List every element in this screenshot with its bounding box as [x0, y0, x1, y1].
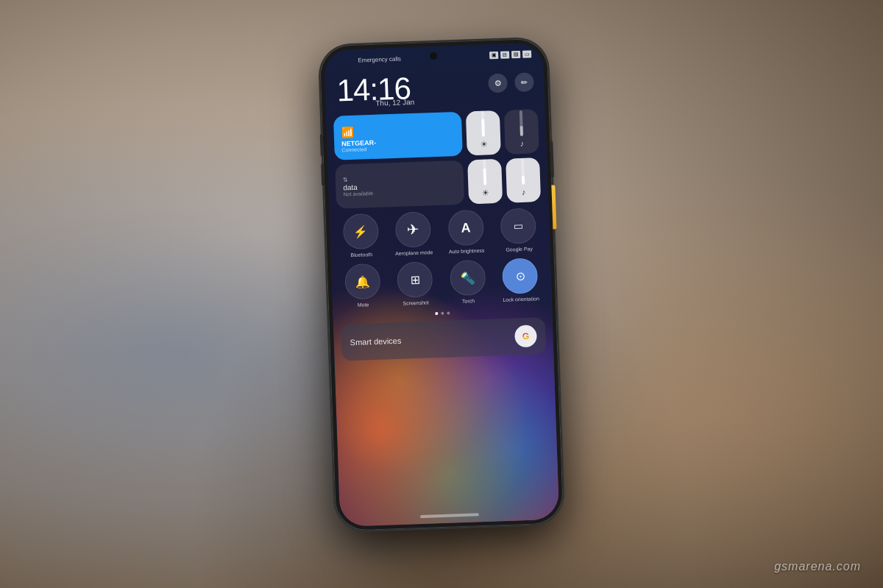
google-pay-circle: ▭: [500, 208, 537, 244]
brightness-fill-2: [483, 168, 487, 185]
pagination-dots: [340, 308, 545, 318]
wifi-tile-icon: 📶: [341, 123, 454, 138]
time-display: 14:16 Thu, 12 Jan: [336, 72, 414, 108]
settings-icon[interactable]: ⚙: [488, 73, 508, 93]
wifi-icon: ⊟: [500, 51, 509, 58]
torch-icon: 🔦: [460, 271, 475, 286]
brightness-fill: [481, 118, 485, 137]
volume-up-button[interactable]: [320, 134, 324, 156]
music-fill: [520, 125, 523, 135]
data-tile[interactable]: ⇅ data Not available: [335, 160, 464, 208]
torch-label: Torch: [462, 298, 475, 305]
brightness-track-2: [483, 159, 486, 185]
torch-toggle[interactable]: 🔦 Torch: [444, 259, 492, 305]
wifi-tile[interactable]: 📶 NETGEAR- Connected: [333, 111, 463, 160]
signal-icon: ▤: [511, 50, 520, 57]
mute-label: Mute: [358, 302, 369, 308]
auto-brightness-label: Auto brightness: [449, 247, 485, 255]
google-icon: G: [522, 330, 530, 341]
watermark: gsmarena.com: [774, 560, 861, 573]
smart-devices-tile[interactable]: Smart devices G: [341, 316, 547, 361]
auto-brightness-icon: A: [461, 219, 471, 235]
lock-orientation-label: Lock orientation: [503, 296, 539, 303]
brightness-sun-icon: ☀: [481, 188, 489, 197]
status-icons: ▣ ⊟ ▤ ▭: [489, 50, 531, 59]
toggle-grid-row1: ⚡ Bluetooth ✈ Aeroplane mode A: [337, 208, 543, 259]
torch-circle: 🔦: [450, 260, 486, 297]
dot-2: [441, 311, 444, 314]
brightness-slider-tile[interactable]: ☀: [466, 110, 501, 155]
brightness-tile-2[interactable]: ☀: [467, 158, 503, 204]
google-pay-icon: ▭: [514, 219, 524, 231]
google-pay-label: Google Pay: [506, 246, 533, 253]
bluetooth-circle: ⚡: [342, 213, 379, 249]
volume-down-button[interactable]: [321, 163, 325, 185]
aeroplane-label: Aeroplane mode: [395, 249, 433, 257]
toggle-grid-row2: 🔔 Mute ⊞ Screenshot 🔦 Tor: [338, 258, 545, 309]
edit-icon[interactable]: ✏: [514, 72, 534, 92]
auto-brightness-toggle[interactable]: A Auto brightness: [442, 209, 491, 255]
bluetooth-toggle[interactable]: ⚡ Bluetooth: [337, 213, 386, 259]
music-icon: ♪: [519, 138, 524, 147]
screenshot-circle: ⊞: [397, 261, 433, 298]
smart-devices-label: Smart devices: [350, 336, 401, 346]
music-tile[interactable]: ♪: [506, 157, 541, 203]
music-slider-tile[interactable]: ♪: [504, 109, 539, 155]
camera-cutout: [430, 52, 437, 59]
dot-1: [435, 311, 438, 314]
clock-date: Thu, 12 Jan: [375, 97, 414, 107]
aeroplane-toggle[interactable]: ✈ Aeroplane mode: [389, 211, 438, 258]
screenshot-icon: ⊞: [410, 272, 420, 286]
screenshot-toggle[interactable]: ⊞ Screenshot: [391, 261, 439, 308]
bluetooth-icon: ⚡: [353, 224, 369, 238]
phone-screen: Emergency calls ▣ ⊟ ▤ ▭ 14:16 Thu, 12 Ja…: [324, 42, 559, 526]
aeroplane-circle: ✈: [395, 211, 432, 248]
google-button[interactable]: G: [514, 325, 537, 347]
battery-icon: ▭: [522, 50, 531, 57]
music-note-icon: ♪: [522, 187, 526, 196]
screenshot-label: Screenshot: [403, 300, 429, 307]
mute-icon: 🔔: [355, 274, 370, 289]
google-pay-toggle[interactable]: ▭ Google Pay: [494, 208, 543, 254]
aeroplane-icon: ✈: [407, 220, 420, 238]
dot-3: [447, 311, 450, 314]
music-track: [519, 110, 523, 135]
auto-brightness-circle: A: [447, 209, 484, 246]
brightness-icon: ☀: [480, 139, 487, 149]
music-fill-2: [522, 175, 525, 184]
phone-body: Emergency calls ▣ ⊟ ▤ ▭ 14:16 Thu, 12 Ja…: [319, 38, 564, 531]
lock-orientation-toggle[interactable]: ⊙ Lock orientation: [496, 258, 545, 304]
sim-icon: ▣: [489, 51, 498, 58]
scene: gsmarena.com Emergency calls ▣ ⊟ ▤ ▭: [0, 0, 883, 588]
music-track-2: [521, 158, 525, 184]
mute-toggle[interactable]: 🔔 Mute: [338, 263, 387, 309]
bluetooth-label: Bluetooth: [350, 252, 372, 258]
data-tiles-row: ⇅ data Not available ☀ ♪: [335, 157, 541, 209]
network-tiles-row: 📶 NETGEAR- Connected ☀ ♪: [333, 109, 539, 160]
brightness-track: [481, 110, 485, 136]
lock-orientation-circle: ⊙: [502, 258, 539, 294]
emergency-calls-text: Emergency calls: [358, 55, 401, 63]
mute-circle: 🔔: [344, 263, 381, 300]
quick-settings-panel: 📶 NETGEAR- Connected ☀ ♪: [333, 109, 546, 361]
top-right-controls: ⚙ ✏: [488, 72, 534, 93]
lock-orientation-icon: ⊙: [515, 269, 525, 283]
